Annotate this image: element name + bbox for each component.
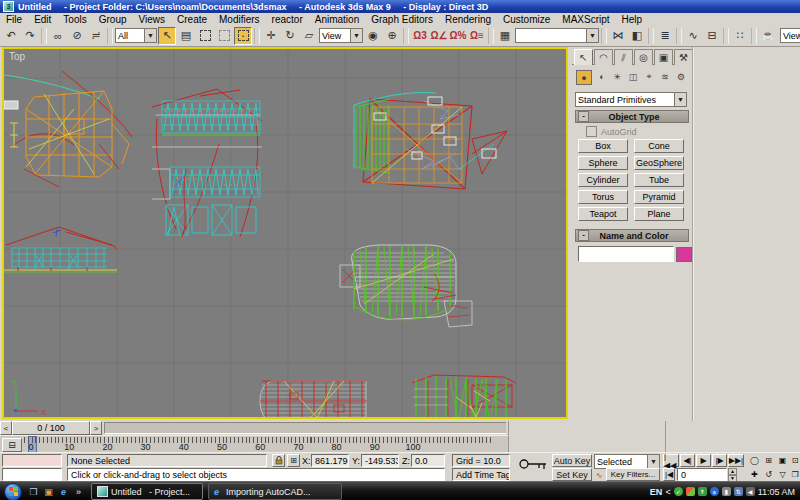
selection-lock-toggle[interactable]	[272, 454, 285, 467]
category-geometry-icon[interactable]: ●	[576, 70, 592, 85]
add-time-tag[interactable]: Add Time Tag	[452, 468, 510, 481]
viewport-canvas[interactable]: Y X	[4, 49, 566, 417]
key-mode-icon[interactable]	[518, 457, 550, 477]
internet-explorer-icon[interactable]: e	[57, 485, 70, 498]
redo-icon[interactable]: ↷	[21, 27, 39, 45]
select-and-scale-icon[interactable]: ▱	[300, 27, 318, 45]
named-selection-dropdown[interactable]: ▼	[515, 28, 599, 43]
set-key-button[interactable]: Set Key	[552, 468, 592, 481]
menu-animation[interactable]: Animation	[309, 14, 365, 25]
menu-tools[interactable]: Tools	[57, 14, 92, 25]
tab-motion[interactable]: ◎	[634, 49, 653, 65]
category-helpers-icon[interactable]: ⌖	[642, 70, 656, 83]
absolute-mode-toggle[interactable]: ⊞	[287, 454, 300, 467]
zoom-all-icon[interactable]: ⊞	[762, 454, 775, 467]
set-keys-icon[interactable]: ∿	[594, 469, 604, 481]
menu-help[interactable]: Help	[616, 14, 649, 25]
use-pivot-point-icon[interactable]: ◉	[364, 27, 382, 45]
play-button[interactable]: ▶	[696, 454, 711, 467]
x-coordinate-field[interactable]: 861.17969	[311, 454, 349, 467]
category-cameras-icon[interactable]: ◫	[626, 70, 640, 83]
clock[interactable]: 11:05 AM	[758, 487, 795, 497]
zoom-extents-icon[interactable]: ▣	[776, 454, 789, 467]
pan-view-icon[interactable]: ✚	[748, 468, 761, 481]
category-spacewarps-icon[interactable]: ≋	[658, 70, 672, 83]
select-and-rotate-icon[interactable]: ↻	[281, 27, 299, 45]
crossing-selection-icon[interactable]	[215, 27, 233, 45]
layer-manager-icon[interactable]: ≣	[656, 27, 674, 45]
next-key-button[interactable]: |▶	[712, 454, 727, 467]
time-slider-track[interactable]	[104, 422, 506, 434]
min-max-toggle-icon[interactable]: ❒	[790, 468, 800, 481]
teapot-button[interactable]: Teapot	[578, 207, 628, 221]
menu-customize[interactable]: Customize	[497, 14, 556, 25]
snap-toggle-icon[interactable]: Ω3	[411, 27, 429, 45]
battery-tray-icon[interactable]: ▮	[722, 487, 731, 496]
object-type-rollout-header[interactable]: - Object Type	[575, 110, 689, 123]
material-editor-icon[interactable]: ∷	[731, 27, 749, 45]
select-by-name-icon[interactable]: ▤	[177, 27, 195, 45]
category-systems-icon[interactable]: ⚙	[674, 70, 688, 83]
pyramid-button[interactable]: Pyramid	[634, 190, 684, 204]
track-bar[interactable]: ⊟ 0102030405060708090100	[0, 435, 508, 453]
messenger-tray-icon[interactable]	[686, 487, 695, 496]
name-color-rollout-header[interactable]: - Name and Color	[575, 229, 689, 242]
menu-reactor[interactable]: reactor	[266, 14, 309, 25]
box-button[interactable]: Box	[578, 139, 628, 153]
acrobat-tray-icon[interactable]: a	[710, 487, 719, 496]
tube-button[interactable]: Tube	[634, 173, 684, 187]
wireframe-elevation-bottom-right[interactable]	[412, 375, 516, 417]
named-selection-sets-icon[interactable]: ▦	[496, 27, 514, 45]
mirror-icon[interactable]: ⋈	[609, 27, 627, 45]
torus-button[interactable]: Torus	[578, 190, 628, 204]
field-of-view-icon[interactable]: ▽	[776, 468, 789, 481]
select-and-move-icon[interactable]: ✛	[262, 27, 280, 45]
bind-to-space-warp-icon[interactable]: ≓	[87, 27, 105, 45]
curve-editor-icon[interactable]: ∿	[684, 27, 702, 45]
menu-create[interactable]: Create	[171, 14, 213, 25]
sphere-button[interactable]: Sphere	[578, 156, 628, 170]
autogrid-checkbox[interactable]	[586, 126, 597, 137]
security-tray-icon[interactable]: ✓	[674, 487, 683, 496]
wireframe-elevation-bottom-left[interactable]	[260, 381, 367, 417]
zoom-extents-all-icon[interactable]: ⊡	[790, 454, 800, 467]
select-object-icon[interactable]: ↖	[158, 27, 176, 45]
next-frame-button[interactable]: >	[90, 421, 102, 435]
select-and-manipulate-icon[interactable]: ⊕	[383, 27, 401, 45]
zoom-tool-icon[interactable]: ◯	[748, 454, 761, 467]
wireframe-house-plan-selected[interactable]	[354, 93, 507, 190]
wireframe-model-center[interactable]	[340, 245, 472, 327]
render-view-field[interactable]: View	[780, 28, 800, 43]
viewport-top[interactable]: Top	[2, 47, 568, 419]
auto-key-button[interactable]: Auto Key	[552, 454, 592, 467]
undo-icon[interactable]: ↶	[2, 27, 20, 45]
percent-snap-icon[interactable]: Ω%	[449, 27, 467, 45]
primitive-category-dropdown[interactable]: Standard Primitives▼	[575, 92, 687, 107]
menu-modifiers[interactable]: Modifiers	[213, 14, 266, 25]
y-coordinate-field[interactable]: -149.53368	[361, 454, 399, 467]
wireframe-elevation-front[interactable]	[152, 89, 262, 237]
quick-launch-chevron[interactable]: »	[72, 485, 85, 498]
menu-rendering[interactable]: Rendering	[439, 14, 497, 25]
volume-tray-icon[interactable]: ◀	[746, 487, 755, 496]
schematic-view-icon[interactable]: ⊟	[703, 27, 721, 45]
wireframe-house-plan-orange[interactable]	[4, 71, 132, 187]
show-desktop-icon[interactable]: ❐	[27, 485, 40, 498]
category-shapes-icon[interactable]: ◖	[594, 70, 608, 83]
tab-create[interactable]: ↖	[574, 49, 593, 65]
language-indicator[interactable]: EN	[650, 487, 663, 497]
object-color-swatch[interactable]	[676, 247, 692, 262]
menu-file[interactable]: File	[0, 14, 28, 25]
menu-graph-editors[interactable]: Graph Editors	[365, 14, 439, 25]
tab-utilities[interactable]: ⚒	[674, 49, 693, 65]
previous-key-button[interactable]: ◀|	[680, 454, 695, 467]
maxscript-mini-listener-white[interactable]	[2, 468, 62, 481]
network-tray-icon[interactable]: ⇅	[734, 487, 743, 496]
object-name-field[interactable]	[578, 246, 674, 262]
rectangular-selection-region-icon[interactable]	[196, 27, 214, 45]
cone-button[interactable]: Cone	[634, 139, 684, 153]
cylinder-button[interactable]: Cylinder	[578, 173, 628, 187]
render-scene-icon[interactable]: ☕	[759, 27, 777, 45]
current-frame-field[interactable]: 0	[677, 468, 727, 481]
menu-views[interactable]: Views	[133, 14, 172, 25]
